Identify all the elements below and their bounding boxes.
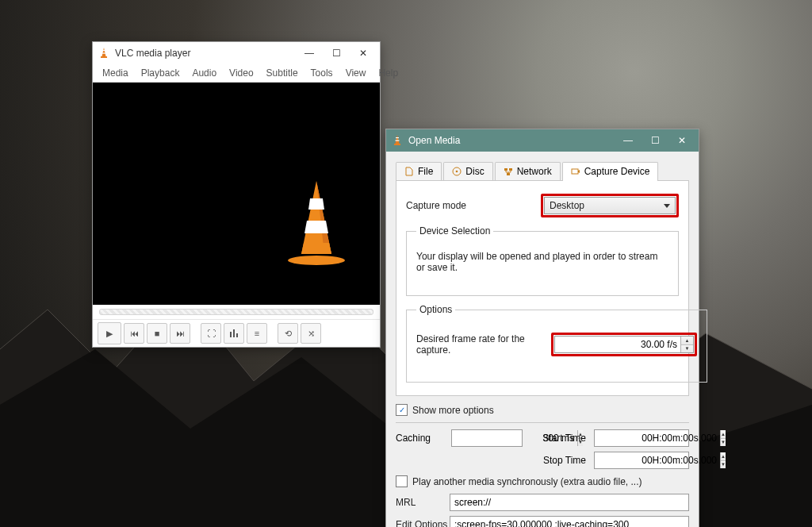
dialog-close-button[interactable]: ✕ (668, 129, 695, 152)
options-legend: Options (416, 304, 455, 315)
frame-rate-input[interactable] (555, 337, 680, 352)
menu-video[interactable]: Video (229, 67, 253, 79)
stop-time-spinbox[interactable]: ▲▼ (594, 452, 689, 469)
dialog-minimize-button[interactable]: — (615, 129, 642, 152)
show-more-options-label: Show more options (412, 405, 494, 416)
spin-buttons[interactable]: ▲▼ (680, 337, 693, 352)
edit-options-value: :screen-fps=30.000000 :live-caching=300 (454, 519, 629, 527)
svg-rect-2 (102, 53, 106, 54)
main-menubar: Media Playback Audio Video Subtitle Tool… (93, 64, 380, 83)
shuffle-button[interactable]: ⤨ (301, 323, 321, 344)
capture-mode-select[interactable]: Desktop (544, 197, 676, 214)
capture-mode-value: Desktop (550, 200, 584, 211)
maximize-button[interactable]: ☐ (323, 42, 350, 64)
dialog-maximize-button[interactable]: ☐ (642, 129, 668, 152)
menu-help[interactable]: Help (378, 67, 398, 79)
loop-button[interactable]: ⟲ (278, 323, 298, 344)
next-button[interactable]: ⏭ (170, 323, 190, 344)
svg-rect-6 (236, 333, 238, 337)
capture-mode-highlight: Desktop (541, 194, 679, 217)
device-selection-text: Your display will be opened and played i… (416, 246, 668, 286)
menu-view[interactable]: View (346, 67, 366, 79)
edit-options-input[interactable]: :screen-fps=30.000000 :live-caching=300 (450, 516, 689, 527)
playback-controls: ▶ ⏮ ■ ⏭ ⛶ ≡ ⟲ ⤨ (93, 319, 380, 347)
vlc-cone-logo (285, 178, 347, 265)
menu-playback[interactable]: Playback (141, 67, 180, 79)
svg-rect-8 (396, 137, 399, 138)
stop-button[interactable]: ■ (147, 323, 167, 344)
vlc-cone-icon (391, 134, 404, 147)
desktop: VLC media player — ☐ ✕ Media Playback Au… (0, 0, 812, 527)
fullscreen-button[interactable]: ⛶ (201, 323, 221, 344)
caching-spinbox[interactable]: ▲▼ (451, 429, 523, 447)
start-time-input[interactable] (595, 431, 720, 445)
frame-rate-spinbox[interactable]: ▲▼ (554, 336, 694, 353)
network-icon (504, 167, 513, 176)
menu-subtitle[interactable]: Subtitle (266, 67, 298, 79)
spin-buttons[interactable]: ▲▼ (720, 452, 726, 468)
frame-rate-highlight: ▲▼ (551, 333, 697, 356)
tab-capture-label: Capture Device (584, 166, 650, 177)
svg-rect-13 (509, 168, 512, 171)
svg-rect-5 (233, 329, 235, 337)
close-button[interactable]: ✕ (350, 42, 377, 64)
play-another-label: Play another media synchronously (extra … (412, 476, 642, 487)
vlc-main-window: VLC media player — ☐ ✕ Media Playback Au… (92, 41, 381, 348)
divider (396, 422, 689, 423)
prev-button[interactable]: ⏮ (124, 323, 144, 344)
spin-buttons[interactable]: ▲▼ (720, 430, 726, 446)
stop-time-input[interactable] (595, 453, 720, 467)
main-titlebar[interactable]: VLC media player — ☐ ✕ (93, 42, 380, 64)
start-time-label: Start Time (538, 433, 586, 444)
vlc-cone-icon (98, 47, 110, 60)
tab-file[interactable]: File (396, 162, 442, 180)
file-icon (404, 167, 414, 176)
stop-time-label: Stop Time (538, 455, 586, 466)
svg-rect-7 (394, 144, 400, 145)
chevron-down-icon (664, 204, 670, 208)
capture-icon (571, 167, 580, 176)
device-selection-legend: Device Selection (416, 225, 493, 237)
show-more-options-checkbox[interactable]: ✓ (396, 404, 408, 416)
main-window-title: VLC media player (115, 48, 296, 59)
play-button[interactable]: ▶ (98, 322, 121, 344)
equalizer-button[interactable] (224, 323, 244, 344)
tab-network[interactable]: Network (495, 162, 561, 180)
minimize-button[interactable]: — (296, 42, 323, 64)
tab-disc[interactable]: Disc (443, 162, 492, 180)
svg-rect-4 (230, 332, 232, 337)
seek-bar[interactable] (93, 305, 380, 319)
capture-panel: Capture mode Desktop Device Selection Yo… (396, 181, 689, 396)
dialog-tabs: File Disc Network Capture Device (396, 158, 689, 181)
frame-rate-label: Desired frame rate for the capture. (416, 333, 551, 356)
video-area[interactable] (93, 83, 380, 305)
capture-mode-label: Capture mode (406, 200, 541, 211)
equalizer-icon (229, 329, 239, 338)
more-options-grid: Caching ▲▼ Start Time ▲▼ Stop Time ▲▼ (396, 429, 689, 469)
svg-point-3 (288, 256, 345, 265)
playlist-button[interactable]: ≡ (247, 323, 267, 344)
dialog-titlebar[interactable]: Open Media — ☐ ✕ (386, 129, 699, 152)
tab-capture-device[interactable]: Capture Device (562, 162, 659, 180)
svg-rect-0 (101, 56, 107, 58)
svg-rect-1 (102, 50, 105, 51)
svg-rect-14 (507, 173, 510, 175)
menu-media[interactable]: Media (102, 67, 128, 79)
menu-audio[interactable]: Audio (192, 67, 216, 79)
menu-tools[interactable]: Tools (311, 67, 333, 79)
tab-network-label: Network (517, 166, 552, 177)
edit-options-label: Edit Options (396, 519, 450, 527)
mrl-value: screen:// (454, 497, 491, 508)
caching-label: Caching (396, 433, 443, 444)
play-another-checkbox[interactable] (396, 475, 408, 487)
dialog-title: Open Media (408, 135, 615, 146)
open-media-dialog: Open Media — ☐ ✕ File Disc Network (385, 129, 699, 527)
start-time-spinbox[interactable]: ▲▼ (594, 429, 689, 447)
device-selection-group: Device Selection Your display will be op… (406, 225, 679, 296)
mrl-label: MRL (396, 497, 450, 508)
tab-file-label: File (418, 166, 433, 177)
disc-icon (452, 167, 462, 176)
svg-point-11 (456, 171, 458, 173)
tab-disc-label: Disc (465, 166, 484, 177)
mrl-input[interactable]: screen:// (450, 494, 689, 511)
